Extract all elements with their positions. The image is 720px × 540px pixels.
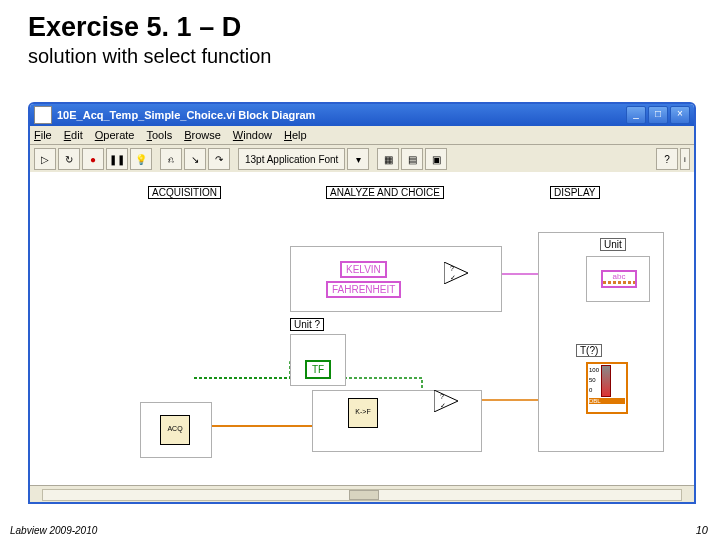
slide-title: Exercise 5. 1 – D [28,12,720,43]
help-button[interactable]: ? [656,148,678,170]
svg-text:✓: ✓ [440,402,446,409]
kelvin-constant[interactable]: KELVIN [340,261,387,278]
svg-text:?: ? [440,393,444,400]
svg-text:✓: ✓ [450,274,456,281]
app-window: 10E_Acq_Temp_Simple_Choice.vi Block Diag… [28,102,696,504]
align-button[interactable]: ▦ [377,148,399,170]
fahrenheit-constant[interactable]: FAHRENHEIT [326,281,401,298]
app-icon [34,106,52,124]
toolbar: ▷ ↻ ● ❚❚ 💡 ⎌ ↘ ↷ 13pt Application Font ▾… [30,145,694,174]
titlebar[interactable]: 10E_Acq_Temp_Simple_Choice.vi Block Diag… [30,104,694,126]
font-select[interactable]: 13pt Application Font [238,148,345,170]
reorder-button[interactable]: ▣ [425,148,447,170]
scrollbar-horizontal[interactable] [30,485,694,502]
menubar: File Edit Operate Tools Browse Window He… [30,126,694,145]
window-title: 10E_Acq_Temp_Simple_Choice.vi Block Diag… [57,109,624,121]
scrollbar-thumb[interactable] [349,490,379,500]
menu-operate[interactable]: Operate [95,129,135,141]
footer-right: 10 [696,524,708,536]
menu-tools[interactable]: Tools [146,129,172,141]
minimize-button[interactable]: _ [626,106,646,124]
run-continuous-button[interactable]: ↻ [58,148,80,170]
tq-label: T(?) [576,344,602,357]
context-help-button[interactable]: i [680,148,690,170]
highlight-button[interactable]: 💡 [130,148,152,170]
unit-question-label: Unit ? [290,318,324,331]
svg-text:?: ? [450,265,454,272]
ktof-subvi[interactable]: K->F [348,398,378,428]
maximize-button[interactable]: □ [648,106,668,124]
analyze-frame-upper[interactable] [290,246,502,312]
analyze-label: ANALYZE AND CHOICE [326,186,444,199]
close-button[interactable]: × [670,106,690,124]
display-label: DISPLAY [550,186,600,199]
pause-button[interactable]: ❚❚ [106,148,128,170]
abort-button[interactable]: ● [82,148,104,170]
step-over-button[interactable]: ↷ [208,148,230,170]
thermometer-indicator[interactable]: 100500 DBL [586,362,628,414]
select-node-string[interactable]: ?✓ [444,262,468,284]
retain-wire-button[interactable]: ⎌ [160,148,182,170]
menu-file[interactable]: File [34,129,52,141]
svg-marker-0 [444,262,468,284]
svg-marker-3 [434,390,458,412]
slide-subtitle: solution with select function [28,45,720,68]
run-button[interactable]: ▷ [34,148,56,170]
unit-string-indicator[interactable]: abc [601,270,637,288]
block-diagram-canvas[interactable]: ACQUISITION ACQ ANALYZE AND CHOICE KELVI… [30,172,694,482]
distribute-button[interactable]: ▤ [401,148,423,170]
footer-left: Labview 2009-2010 [10,525,97,536]
acq-subvi[interactable]: ACQ [160,415,190,445]
menu-window[interactable]: Window [233,129,272,141]
tf-control[interactable]: TF [305,360,331,379]
step-into-button[interactable]: ↘ [184,148,206,170]
menu-help[interactable]: Help [284,129,307,141]
menu-browse[interactable]: Browse [184,129,221,141]
select-node-numeric[interactable]: ?✓ [434,390,458,412]
acquisition-label: ACQUISITION [148,186,221,199]
font-dropdown[interactable]: ▾ [347,148,369,170]
menu-edit[interactable]: Edit [64,129,83,141]
unit-label: Unit [600,238,626,251]
